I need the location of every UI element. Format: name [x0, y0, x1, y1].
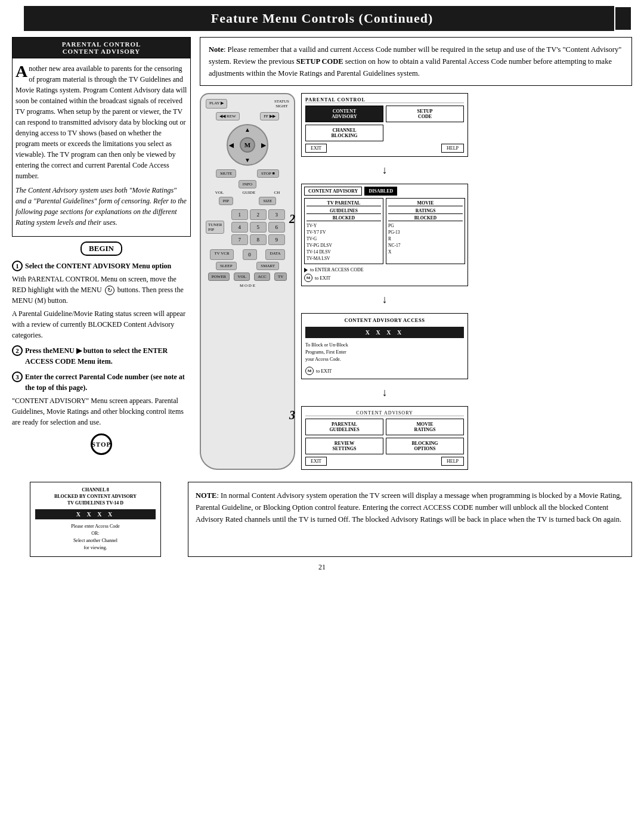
- step1-title: Select the CONTENT ADVISORY Menu option: [25, 261, 171, 271]
- numpad: 1 2 3 4 5 6 7 8 9: [231, 209, 285, 245]
- vol-btn[interactable]: VOL: [234, 272, 249, 281]
- channel-blocked-screen: CHANNEL 8 BLOCKED BY CONTENT ADVISORY TV…: [30, 482, 161, 557]
- num9[interactable]: 9: [268, 234, 285, 245]
- play-btn[interactable]: PLAY ▶: [206, 99, 227, 109]
- screen3-exit-row: M to EXIT: [305, 367, 464, 375]
- screen4-exit-btn[interactable]: EXIT: [305, 457, 327, 466]
- mute-stop-row: MUTE STOP ■: [206, 169, 289, 178]
- screen3-content-advisory-access: CONTENT ADVISORY ACCESS X X X X To Block…: [301, 313, 468, 379]
- arrow-down-2: ↓: [301, 293, 468, 306]
- ff-btn[interactable]: FF ▶▶: [260, 112, 279, 120]
- screens-right: PARENTAL CONTROL CONTENTADVISORY SETUPCO…: [301, 93, 468, 470]
- screen1-help-btn[interactable]: HELP: [441, 144, 464, 153]
- drop-cap: A: [16, 63, 27, 80]
- acc-btn[interactable]: ACC: [254, 272, 270, 281]
- screen2-item-tvy7fv: TV-Y7 FV: [306, 229, 381, 236]
- step3-title: Enter the correct Parental Code number (…: [25, 371, 191, 393]
- note-box: Note: Please remember that a vailid and …: [200, 37, 632, 86]
- screen4-help-btn[interactable]: HELP: [441, 457, 464, 466]
- parental-control-header: PARENTAL CONTROL CONTENT ADVISORY: [12, 37, 191, 58]
- num7[interactable]: 7: [231, 234, 248, 245]
- note-label: Note: [209, 45, 224, 54]
- screen4-parental-guidelines[interactable]: PARENTALGUIDELINES: [305, 419, 383, 435]
- num2[interactable]: 2: [250, 209, 267, 220]
- mode-label: M O D E: [206, 283, 289, 288]
- screen1-inner: PARENTAL CONTROL CONTENTADVISORY SETUPCO…: [301, 93, 468, 157]
- screen1-title: PARENTAL CONTROL: [305, 97, 464, 103]
- screen2-item-pg13: PG-13: [388, 229, 463, 236]
- advisory-para2: The Content Advisory system uses both "M…: [16, 185, 187, 228]
- screen4-blocking-options[interactable]: BLOCKINGOPTIONS: [386, 438, 464, 454]
- screen2-col2-title: MOVIE: [388, 200, 463, 206]
- screen4-inner: CONTENT ADVISORY PARENTALGUIDELINES MOVI…: [301, 406, 468, 470]
- screen3-text: To Block or Un-Block Programs, First Ent…: [305, 342, 464, 363]
- tv-vcr-row: TV VCR 0 DATA: [206, 249, 289, 260]
- screen2-item-nc17: NC-17: [388, 242, 463, 249]
- num8[interactable]: 8: [250, 234, 267, 245]
- screen2-header: CONTENT ADVISORY DISABLED: [304, 187, 465, 196]
- advisory-para1: nother new area available to parents for…: [16, 64, 187, 180]
- tuner-pip-btn[interactable]: TUNERPIP: [206, 221, 224, 234]
- smart-btn[interactable]: SMART: [256, 262, 279, 270]
- screen2-item-tvma: TV-MA LSV: [306, 255, 381, 262]
- mute-btn[interactable]: MUTE: [216, 169, 236, 178]
- screen2-col1: TV PARENTAL GUIDELINES BLOCKED TV-Y TV-Y…: [304, 198, 383, 264]
- screen2-col1-sub1: GUIDELINES: [306, 208, 381, 214]
- stop-circle: STOP: [91, 433, 112, 455]
- tv-guidelines-label: TV GUIDELINES TV-14 D: [35, 500, 156, 506]
- page-title: Feature Menu Controls (Continued): [24, 6, 620, 31]
- step1-num: 1: [12, 261, 23, 271]
- menu-icon: ↻: [105, 286, 114, 295]
- screen2-item-pg: PG: [388, 222, 463, 229]
- screen3-xxxx: X X X X: [305, 327, 464, 338]
- channel-xxxxx: X X X X: [35, 509, 156, 519]
- screen3-m-btn[interactable]: M: [305, 367, 314, 375]
- data-btn[interactable]: DATA: [265, 249, 284, 260]
- bottom-section: CHANNEL 8 BLOCKED BY CONTENT ADVISORY TV…: [12, 482, 632, 557]
- screen2-item-tv-y: TV-Y: [306, 222, 381, 229]
- sleep-btn[interactable]: SLEEP: [216, 262, 237, 270]
- guide-btn[interactable]: GUIDE: [242, 190, 255, 195]
- bottom-note-label: NOTE: [196, 491, 216, 500]
- screen1-exit-btn[interactable]: EXIT: [305, 144, 327, 153]
- stop-btn[interactable]: STOP ■: [257, 169, 279, 178]
- num1[interactable]: 1: [231, 209, 248, 220]
- num4[interactable]: 4: [231, 222, 248, 233]
- channel-text4: for viewing.: [35, 544, 156, 552]
- screen2-item-tvg: TV-G: [306, 236, 381, 242]
- step3-overlay: 3: [289, 408, 295, 422]
- size-btn[interactable]: SIZE: [259, 197, 276, 205]
- screen4-movie-ratings[interactable]: MOVIERATINGS: [386, 419, 464, 435]
- rew-btn[interactable]: ◀◀ REW: [216, 112, 239, 120]
- nav-center-m[interactable]: M: [240, 137, 255, 153]
- screen1-content-advisory[interactable]: CONTENTADVISORY: [305, 106, 383, 122]
- screen3-exit-text: to EXIT: [316, 368, 332, 374]
- pip-btn[interactable]: PIP: [219, 197, 233, 205]
- power-btn[interactable]: POWER: [208, 272, 230, 281]
- pip-row: PIP SIZE: [206, 197, 289, 205]
- stop-label: STOP: [92, 441, 112, 448]
- step1-body2: A Parental Guideline/Movie Rating status…: [12, 308, 191, 340]
- screen1-channel-blocking[interactable]: CHANNELBLOCKING: [305, 125, 383, 141]
- screen4-review-settings[interactable]: REVIEWSETTINGS: [305, 438, 383, 454]
- screen2-m-btn[interactable]: M: [304, 274, 312, 282]
- power-row: POWER VOL ACC TV: [206, 272, 289, 281]
- screen2-content-advisory-disabled: CONTENT ADVISORY DISABLED TV PARENTAL GU…: [301, 184, 468, 286]
- num5[interactable]: 5: [250, 222, 267, 233]
- screen3-inner: CONTENT ADVISORY ACCESS X X X X To Block…: [301, 313, 468, 379]
- num0[interactable]: 0: [243, 249, 257, 260]
- nav-down: ▼: [244, 157, 250, 163]
- remote-top-buttons: PLAY ▶ STATUS SIGHT: [206, 99, 289, 109]
- channel-text2: OR:: [35, 530, 156, 537]
- screen2-item-x: X: [388, 249, 463, 255]
- tv-vcr-btn[interactable]: TV VCR: [210, 249, 233, 260]
- info-btn[interactable]: INFO: [239, 180, 256, 188]
- screen2-item-r: R: [388, 236, 463, 242]
- num3[interactable]: 3: [268, 209, 285, 220]
- channel-num: CHANNEL 8: [35, 487, 156, 493]
- screen1-setup-code[interactable]: SETUPCODE: [386, 106, 464, 122]
- header-box: [614, 6, 632, 31]
- enter-access-code-arrow: [304, 268, 308, 272]
- tv-btn[interactable]: TV: [274, 272, 287, 281]
- num6[interactable]: 6: [268, 222, 285, 233]
